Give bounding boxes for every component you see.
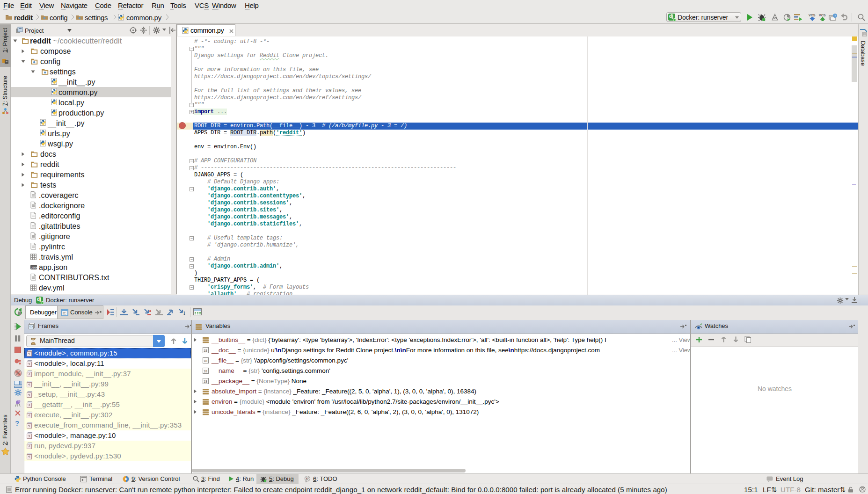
svg-text:?: ? [15,419,19,427]
svg-text:VCS: VCS [819,14,826,17]
svg-text:I: I [183,310,185,316]
svg-text:VCS: VCS [809,14,816,17]
